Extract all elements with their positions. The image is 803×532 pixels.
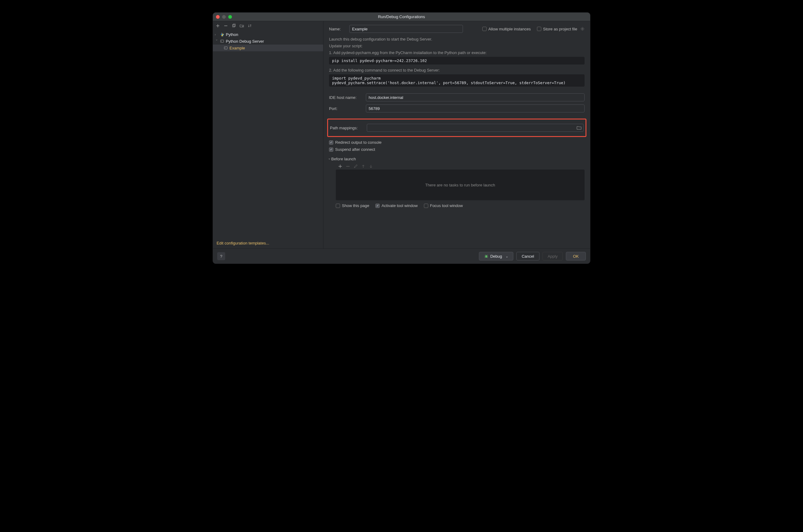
path-mappings-highlight: Path mappings:: [327, 118, 587, 137]
svg-point-8: [485, 255, 487, 258]
folder-config-icon[interactable]: [239, 23, 244, 28]
code-block-pip[interactable]: pip install pydevd-pycharm~=242.23726.10…: [329, 57, 585, 64]
svg-rect-1: [233, 24, 235, 26]
add-config-icon[interactable]: [215, 23, 220, 28]
svg-point-2: [222, 33, 222, 34]
svg-rect-5: [224, 47, 227, 49]
checkbox-icon: [336, 204, 340, 208]
copy-config-icon[interactable]: [231, 23, 236, 28]
redirect-output-checkbox[interactable]: Redirect output to console: [329, 140, 585, 145]
update-script-text: Update your script:: [329, 43, 585, 50]
ide-host-input[interactable]: [366, 93, 585, 101]
bug-icon: [484, 254, 489, 258]
tree-node-example[interactable]: Example: [213, 44, 323, 51]
svg-rect-3: [221, 40, 224, 42]
gear-icon[interactable]: [580, 27, 585, 31]
step1-text: 1. Add pydevd-pycharm.egg from the PyCha…: [329, 50, 585, 56]
before-launch-toolbar: [336, 163, 585, 170]
edit-task-icon[interactable]: [353, 164, 358, 168]
path-mappings-input[interactable]: [367, 124, 584, 132]
apply-button[interactable]: Apply: [542, 252, 563, 261]
chevron-down-icon: ›: [215, 39, 218, 43]
sort-config-icon[interactable]: [247, 23, 252, 28]
step2-text: 2. Add the following command to connect …: [329, 67, 585, 74]
zoom-window-button[interactable]: [228, 15, 232, 19]
ide-host-label: IDE host name:: [329, 95, 363, 100]
show-this-page-checkbox[interactable]: Show this page: [336, 203, 369, 208]
add-task-icon[interactable]: [338, 164, 342, 168]
titlebar: Run/Debug Configurations: [213, 13, 590, 21]
svg-point-7: [582, 28, 583, 30]
activate-tool-checkbox[interactable]: Activate tool window: [376, 203, 418, 208]
sidebar-toolbar: [213, 21, 323, 31]
checkbox-icon: [329, 140, 333, 145]
checkbox-label: Activate tool window: [382, 203, 418, 208]
move-down-icon[interactable]: [369, 164, 373, 168]
button-label: Apply: [548, 254, 558, 259]
chevron-down-icon: ⌄: [505, 255, 508, 258]
before-launch-section: › Before launch There are no tasks to ru…: [329, 157, 585, 208]
chevron-right-icon: ›: [215, 33, 218, 36]
code-block-settrace[interactable]: import pydevd_pycharm pydevd_pycharm.set…: [329, 74, 585, 87]
port-input[interactable]: [366, 104, 585, 112]
port-label: Port:: [329, 106, 363, 111]
suspend-after-checkbox[interactable]: Suspend after connect: [329, 147, 585, 152]
move-up-icon[interactable]: [361, 164, 365, 168]
name-input[interactable]: [349, 25, 463, 33]
button-label: OK: [573, 254, 579, 259]
help-button[interactable]: ?: [217, 252, 225, 260]
content-panel: Name: Allow multiple instances Store as …: [324, 21, 590, 248]
footer: ? Debug ⌄ Cancel Apply OK: [213, 248, 590, 264]
tree-node-debug-server[interactable]: › Python Debug Server: [213, 38, 323, 44]
chevron-down-icon: ›: [328, 158, 331, 159]
edit-templates-link[interactable]: Edit configuration templates...: [213, 238, 323, 248]
tree-node-python[interactable]: › Python: [213, 31, 323, 38]
checkbox-label: Show this page: [342, 203, 369, 208]
svg-rect-0: [232, 24, 235, 27]
before-launch-tasks-box: There are no tasks to run before launch: [336, 170, 585, 200]
tree-label: Python: [226, 32, 238, 37]
path-mappings-label: Path mappings:: [330, 126, 364, 130]
button-label: Cancel: [522, 254, 534, 259]
checkbox-label: Focus tool window: [430, 203, 463, 208]
debug-config-icon: [223, 46, 228, 50]
tree-label: Example: [229, 46, 245, 50]
debug-button[interactable]: Debug ⌄: [479, 252, 513, 261]
allow-multiple-checkbox[interactable]: Allow multiple instances: [482, 27, 531, 31]
cancel-button[interactable]: Cancel: [516, 252, 539, 261]
name-label: Name:: [329, 27, 346, 31]
close-window-button[interactable]: [216, 15, 219, 19]
traffic-lights: [216, 15, 232, 19]
minimize-window-button[interactable]: [222, 15, 226, 19]
launch-helper-text: Launch this debug configuration to start…: [329, 36, 585, 43]
svg-point-6: [225, 48, 226, 48]
checkbox-label: Suspend after connect: [335, 147, 375, 152]
sidebar: › Python › Python Debug Server Example E…: [213, 21, 324, 248]
before-launch-label: Before launch: [331, 157, 356, 161]
checkbox-label: Store as project file: [543, 27, 577, 31]
ok-button[interactable]: OK: [566, 252, 586, 261]
python-icon: [219, 32, 225, 37]
dialog-window: Run/Debug Configurations › Python ›: [213, 12, 590, 264]
before-launch-header[interactable]: › Before launch: [329, 157, 585, 161]
tree-label: Python Debug Server: [226, 39, 264, 44]
remove-config-icon[interactable]: [223, 23, 228, 28]
checkbox-icon: [376, 204, 380, 208]
folder-icon[interactable]: [577, 126, 581, 130]
config-tree: › Python › Python Debug Server Example: [213, 31, 323, 238]
debug-server-icon: [219, 39, 225, 43]
svg-point-4: [221, 41, 222, 41]
remove-task-icon[interactable]: [346, 164, 350, 168]
store-project-checkbox[interactable]: Store as project file: [537, 27, 585, 31]
checkbox-icon: [537, 27, 541, 31]
window-title: Run/Debug Configurations: [378, 15, 425, 19]
no-tasks-text: There are no tasks to run before launch: [425, 183, 495, 187]
checkbox-label: Redirect output to console: [335, 140, 382, 145]
checkbox-icon: [424, 204, 428, 208]
checkbox-icon: [482, 27, 486, 31]
checkbox-label: Allow multiple instances: [489, 27, 531, 31]
button-label: Debug: [490, 254, 502, 259]
checkbox-icon: [329, 148, 333, 152]
focus-tool-checkbox[interactable]: Focus tool window: [424, 203, 463, 208]
